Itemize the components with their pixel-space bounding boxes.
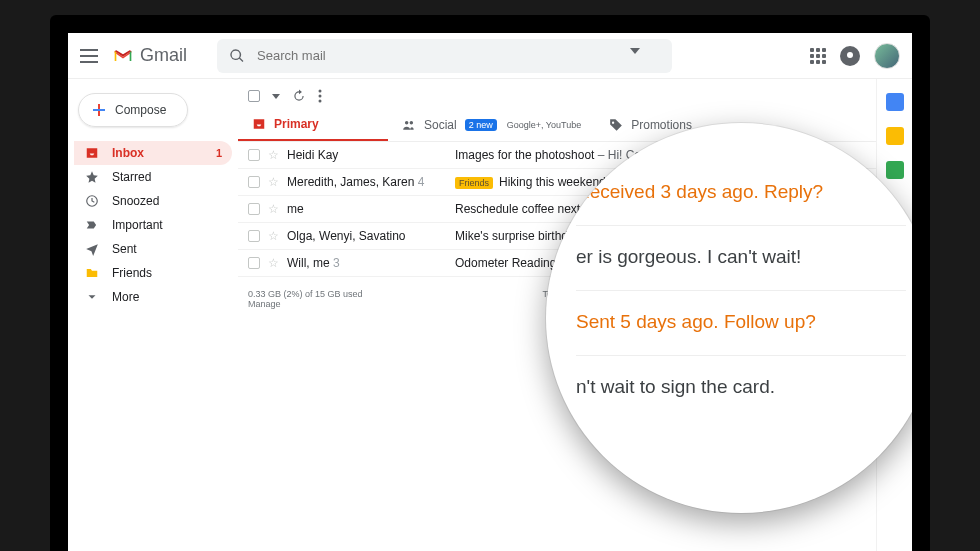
sender: Will, me 3 bbox=[287, 256, 447, 270]
sender: me bbox=[287, 202, 447, 216]
social-icon bbox=[402, 118, 416, 132]
storage-text: 0.33 GB (2%) of 15 GB used bbox=[248, 289, 363, 299]
star-icon[interactable]: ☆ bbox=[268, 175, 279, 189]
sidebar-item-important[interactable]: Important bbox=[74, 213, 232, 237]
important-icon bbox=[84, 217, 100, 233]
sidebar-item-label: Sent bbox=[112, 242, 137, 256]
sidebar-item-more[interactable]: More bbox=[74, 285, 232, 309]
mag-snippet: er is gorgeous. I can't wait! bbox=[576, 225, 906, 268]
subject: Hiking this weekend bbox=[499, 175, 606, 189]
compose-label: Compose bbox=[115, 103, 166, 117]
sidebar-item-inbox[interactable]: Inbox 1 bbox=[74, 141, 232, 165]
keep-icon[interactable] bbox=[886, 127, 904, 145]
nudge-reply: Received 3 days ago. Reply? bbox=[576, 181, 906, 203]
sidebar-item-label: Important bbox=[112, 218, 163, 232]
select-all-checkbox[interactable] bbox=[248, 90, 260, 102]
row-checkbox[interactable] bbox=[248, 176, 260, 188]
sidebar-item-friends[interactable]: Friends bbox=[74, 261, 232, 285]
svg-point-1 bbox=[319, 90, 322, 93]
manage-link[interactable]: Manage bbox=[248, 299, 281, 309]
sidebar-item-label: Friends bbox=[112, 266, 152, 280]
tag-icon bbox=[609, 118, 623, 132]
primary-icon bbox=[252, 117, 266, 131]
mag-snippet: n't wait to sign the card. bbox=[576, 355, 906, 398]
app-name: Gmail bbox=[140, 45, 187, 66]
tab-social[interactable]: Social 2 new Google+, YouTube bbox=[388, 109, 595, 141]
sender: Heidi Kay bbox=[287, 148, 447, 162]
sidebar-item-label: Inbox bbox=[112, 146, 144, 160]
social-sub: Google+, YouTube bbox=[507, 120, 581, 130]
svg-point-2 bbox=[319, 95, 322, 98]
row-checkbox[interactable] bbox=[248, 203, 260, 215]
nudge-followup: Sent 5 days ago. Follow up? bbox=[576, 290, 906, 333]
magnifier-overlay: Received 3 days ago. Reply? er is gorgeo… bbox=[546, 123, 912, 513]
header: Gmail bbox=[68, 33, 912, 79]
calendar-icon[interactable] bbox=[886, 93, 904, 111]
label-tag: Friends bbox=[455, 177, 493, 189]
social-badge: 2 new bbox=[465, 119, 497, 131]
clock-icon bbox=[84, 193, 100, 209]
star-icon[interactable]: ☆ bbox=[268, 202, 279, 216]
tab-label: Promotions bbox=[631, 118, 692, 132]
chevron-down-icon bbox=[84, 289, 100, 305]
compose-button[interactable]: Compose bbox=[78, 93, 188, 127]
logo[interactable]: Gmail bbox=[110, 45, 187, 66]
star-icon[interactable]: ☆ bbox=[268, 229, 279, 243]
apps-icon[interactable] bbox=[810, 48, 826, 64]
sidebar-item-sent[interactable]: Sent bbox=[74, 237, 232, 261]
inbox-count: 1 bbox=[216, 147, 222, 159]
sender: Olga, Wenyi, Savatino bbox=[287, 229, 447, 243]
tab-label: Social bbox=[424, 118, 457, 132]
star-icon[interactable]: ☆ bbox=[268, 148, 279, 162]
row-checkbox[interactable] bbox=[248, 230, 260, 242]
plus-icon bbox=[91, 102, 107, 118]
search-input[interactable] bbox=[257, 48, 628, 63]
select-caret-icon[interactable] bbox=[272, 94, 280, 99]
refresh-icon[interactable] bbox=[292, 89, 306, 103]
toolbar bbox=[238, 79, 876, 109]
avatar[interactable] bbox=[874, 43, 900, 69]
inbox-icon bbox=[84, 145, 100, 161]
search-options-icon[interactable] bbox=[630, 48, 646, 64]
gmail-icon bbox=[110, 46, 136, 66]
subject: Images for the photoshoot bbox=[455, 148, 594, 162]
sidebar-item-snoozed[interactable]: Snoozed bbox=[74, 189, 232, 213]
folder-icon bbox=[84, 265, 100, 281]
sidebar-item-label: Snoozed bbox=[112, 194, 159, 208]
tab-primary[interactable]: Primary bbox=[238, 109, 388, 141]
notifications-icon[interactable] bbox=[840, 46, 860, 66]
svg-point-3 bbox=[319, 100, 322, 103]
row-checkbox[interactable] bbox=[248, 257, 260, 269]
more-icon[interactable] bbox=[318, 89, 322, 103]
search-icon bbox=[229, 48, 245, 64]
tasks-icon[interactable] bbox=[886, 161, 904, 179]
sidebar-item-starred[interactable]: Starred bbox=[74, 165, 232, 189]
sidebar-item-label: More bbox=[112, 290, 139, 304]
sidebar: Compose Inbox 1 Starred Snoozed I bbox=[68, 79, 238, 551]
tab-label: Primary bbox=[274, 117, 319, 131]
sidebar-item-label: Starred bbox=[112, 170, 151, 184]
send-icon bbox=[84, 241, 100, 257]
star-icon[interactable]: ☆ bbox=[268, 256, 279, 270]
search-bar[interactable] bbox=[217, 39, 672, 73]
menu-icon[interactable] bbox=[80, 49, 98, 63]
star-icon bbox=[84, 169, 100, 185]
row-checkbox[interactable] bbox=[248, 149, 260, 161]
sender: Meredith, James, Karen 4 bbox=[287, 175, 447, 189]
